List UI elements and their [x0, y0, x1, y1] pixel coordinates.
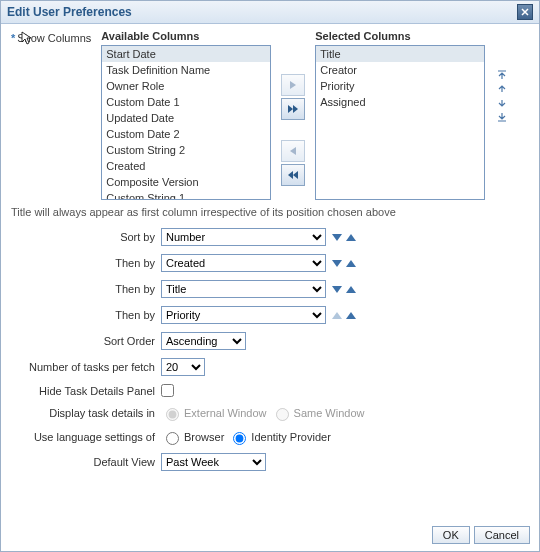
- language-radio[interactable]: [166, 432, 179, 445]
- dialog-footer: OK Cancel: [432, 526, 530, 544]
- language-radio[interactable]: [233, 432, 246, 445]
- default-view-select[interactable]: Past Week: [161, 453, 266, 471]
- columns-note: Title will always appear as first column…: [11, 206, 529, 218]
- sort-direction-down-icon: [332, 312, 342, 319]
- sort-direction-up-icon[interactable]: [346, 286, 356, 293]
- list-item[interactable]: Updated Date: [102, 110, 270, 126]
- list-item[interactable]: Owner Role: [102, 78, 270, 94]
- sort-direction-down-icon[interactable]: [332, 286, 342, 293]
- dialog-title: Edit User Preferences: [7, 5, 132, 19]
- display-details-radios: External WindowSame Window: [161, 405, 364, 421]
- sort-direction-down-icon[interactable]: [332, 260, 342, 267]
- sort-field-select[interactable]: Title: [161, 280, 326, 298]
- shuttle-buttons: [281, 30, 305, 186]
- selected-columns-listbox[interactable]: TitleCreatorPriorityAssigned: [315, 45, 485, 200]
- language-option[interactable]: Browser: [161, 429, 224, 445]
- default-view-label: Default View: [11, 456, 161, 468]
- selected-columns-header: Selected Columns: [315, 30, 485, 42]
- sort-field-select[interactable]: Created: [161, 254, 326, 272]
- sort-direction-down-icon[interactable]: [332, 234, 342, 241]
- move-bottom-icon[interactable]: [495, 112, 509, 122]
- language-settings-radios: BrowserIdentity Provider: [161, 429, 331, 445]
- move-left-button[interactable]: [281, 140, 305, 162]
- sort-field-select[interactable]: Priority: [161, 306, 326, 324]
- tasks-per-fetch-label: Number of tasks per fetch: [11, 361, 161, 373]
- sort-direction-up-icon[interactable]: [346, 234, 356, 241]
- sort-field-select[interactable]: Number: [161, 228, 326, 246]
- language-settings-label: Use language settings of: [11, 431, 161, 443]
- show-columns-section: * Show Columns Available Columns Start D…: [11, 30, 529, 200]
- list-item[interactable]: Assigned: [316, 94, 484, 110]
- list-item[interactable]: Creator: [316, 62, 484, 78]
- reorder-buttons: [495, 30, 509, 122]
- move-down-icon[interactable]: [495, 98, 509, 108]
- required-marker: *: [11, 32, 15, 44]
- display-details-option: Same Window: [271, 405, 365, 421]
- list-item[interactable]: Task Definition Name: [102, 62, 270, 78]
- then-by-label: Then by: [11, 309, 161, 321]
- display-details-label: Display task details in: [11, 407, 161, 419]
- hide-details-checkbox[interactable]: [161, 384, 174, 397]
- list-item[interactable]: Composite Version: [102, 174, 270, 190]
- list-item[interactable]: Custom String 2: [102, 142, 270, 158]
- display-details-option: External Window: [161, 405, 267, 421]
- move-right-button[interactable]: [281, 74, 305, 96]
- close-icon[interactable]: [517, 4, 533, 20]
- cursor-icon: [21, 31, 33, 43]
- move-up-icon[interactable]: [495, 84, 509, 94]
- sort-order-label: Sort Order: [11, 335, 161, 347]
- move-all-right-button[interactable]: [281, 98, 305, 120]
- hide-details-label: Hide Task Details Panel: [11, 385, 161, 397]
- dialog-titlebar: Edit User Preferences: [1, 1, 539, 24]
- sort-direction-up-icon[interactable]: [346, 312, 356, 319]
- cancel-button[interactable]: Cancel: [474, 526, 530, 544]
- sort-order-select[interactable]: Ascending: [161, 332, 246, 350]
- list-item[interactable]: Created: [102, 158, 270, 174]
- list-item[interactable]: Custom Date 1: [102, 94, 270, 110]
- list-item[interactable]: Start Date: [102, 46, 270, 62]
- sort-direction-up-icon[interactable]: [346, 260, 356, 267]
- available-columns-listbox[interactable]: Start DateTask Definition NameOwner Role…: [101, 45, 271, 200]
- available-columns-header: Available Columns: [101, 30, 271, 42]
- then-by-label: Then by: [11, 283, 161, 295]
- move-top-icon[interactable]: [495, 70, 509, 80]
- tasks-per-fetch-select[interactable]: 20: [161, 358, 205, 376]
- list-item[interactable]: Title: [316, 46, 484, 62]
- language-option[interactable]: Identity Provider: [228, 429, 330, 445]
- list-item[interactable]: Priority: [316, 78, 484, 94]
- list-item[interactable]: Custom String 1: [102, 190, 270, 200]
- move-all-left-button[interactable]: [281, 164, 305, 186]
- list-item[interactable]: Custom Date 2: [102, 126, 270, 142]
- sort-by-label: Sort by: [11, 231, 161, 243]
- then-by-label: Then by: [11, 257, 161, 269]
- ok-button[interactable]: OK: [432, 526, 470, 544]
